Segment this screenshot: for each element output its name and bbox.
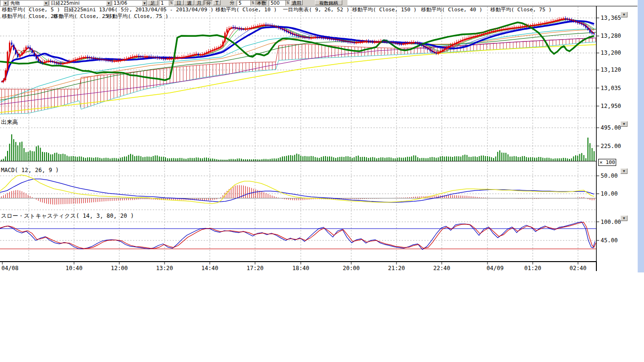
bars-count-button[interactable]: 本数 — [256, 0, 268, 5]
contract-month-combo[interactable]: 13/06▼ — [112, 0, 148, 6]
vertical-scrollbar[interactable] — [637, 0, 644, 272]
contract-month-value: 13/06 — [114, 0, 127, 6]
dropdown-arrow-icon[interactable]: ▼ — [106, 0, 111, 6]
apply-button[interactable]: 適用 — [290, 0, 303, 5]
interval-stepper[interactable]: 1⇅ — [159, 0, 174, 6]
chart-canvas[interactable] — [0, 0, 644, 283]
symbol-combo[interactable]: 日経225mini▼ — [49, 0, 112, 6]
macd-series — [0, 175, 596, 205]
multi-symbol-button[interactable]: 複数銘柄 — [315, 0, 342, 5]
period-week-button[interactable]: 週 — [184, 0, 194, 5]
spinner-icon[interactable]: ⇅ — [250, 0, 255, 6]
stochastics-panel-dropdown-button[interactable]: ▼ — [620, 215, 627, 221]
minute-label: 分 — [228, 0, 236, 5]
minute-value: 5 — [239, 0, 241, 6]
minute-stepper[interactable]: 5⇅ — [237, 0, 256, 6]
symbol-type-combo[interactable]: ▼ — [0, 0, 8, 6]
dropdown-arrow-icon[interactable]: ▼ — [43, 0, 49, 6]
bars-count-stepper[interactable]: 500⇅ — [269, 0, 290, 6]
dropdown-arrow-icon[interactable]: ▼ — [142, 0, 147, 6]
period-day-button[interactable]: 日 — [174, 0, 184, 5]
interval-value: 1 — [161, 0, 164, 6]
spinner-icon[interactable]: ⇅ — [285, 0, 290, 6]
macd-panel-dropdown-button[interactable]: ▼ — [620, 168, 627, 174]
price-panel-series — [0, 19, 596, 114]
period-minute-button[interactable]: 分 — [204, 0, 213, 5]
market-combo[interactable]: 先物▼ — [8, 0, 49, 6]
macd-line — [0, 175, 594, 204]
ashi-button[interactable]: 足 — [148, 0, 158, 5]
spinner-icon[interactable]: ⇅ — [169, 0, 173, 6]
volume-bars — [0, 134, 596, 161]
volume-panel-dropdown-button[interactable]: ▼ — [620, 121, 627, 127]
macd-signal-line — [0, 179, 594, 203]
market-combo-value: 先物 — [10, 0, 20, 6]
stoch-d-line — [0, 222, 595, 250]
app-window: ▼ 先物▼ 日経225mini▼ 13/06▼ 足 1⇅ 日 週 月 分 T 分… — [0, 0, 644, 362]
period-month-button[interactable]: 月 — [195, 0, 204, 5]
stochastics-series — [0, 222, 596, 250]
price-panel-dropdown-button[interactable]: ▼ — [620, 12, 627, 17]
period-tick-button[interactable]: T — [213, 0, 221, 5]
toolbar: ▼ 先物▼ 日経225mini▼ 13/06▼ 足 1⇅ 日 週 月 分 T 分… — [0, 0, 347, 6]
stoch-k-line — [0, 222, 596, 248]
symbol-combo-value: 日経225mini — [51, 0, 80, 6]
dropdown-arrow-icon[interactable]: ▼ — [3, 0, 8, 6]
bars-count-value: 500 — [271, 0, 280, 6]
